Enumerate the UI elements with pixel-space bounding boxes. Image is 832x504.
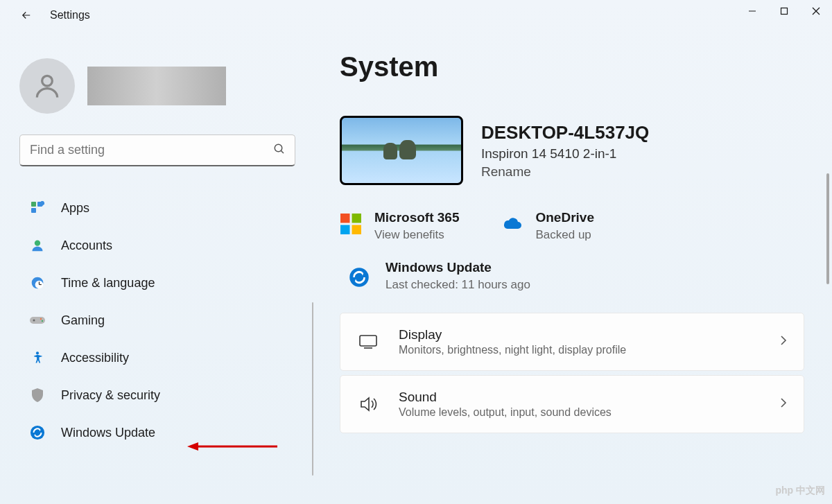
apps-icon xyxy=(29,200,46,216)
microsoft-logo-icon xyxy=(340,213,362,235)
svg-point-26 xyxy=(349,268,369,287)
close-button[interactable] xyxy=(800,0,832,22)
back-button[interactable] xyxy=(19,8,33,22)
onedrive-card[interactable]: OneDrive Backed up xyxy=(501,210,593,242)
status-sub: View benefits xyxy=(374,228,459,242)
svg-line-6 xyxy=(281,150,284,153)
sidebar-item-privacy-security[interactable]: Privacy & security xyxy=(19,379,305,412)
nav-label: Accounts xyxy=(61,238,112,253)
status-text: Microsoft 365 View benefits xyxy=(374,210,459,242)
sidebar-item-windows-update[interactable]: Windows Update xyxy=(19,416,305,449)
nav-label: Time & language xyxy=(61,276,155,290)
setting-text: Sound Volume levels, output, input, soun… xyxy=(399,390,761,419)
search-wrap xyxy=(19,134,295,166)
status-title: OneDrive xyxy=(535,210,593,225)
svg-point-17 xyxy=(33,320,35,322)
device-info: DESKTOP-4L537JQ Inspiron 14 5410 2-in-1 … xyxy=(481,122,649,180)
svg-rect-23 xyxy=(352,214,362,223)
device-section: DESKTOP-4L537JQ Inspiron 14 5410 2-in-1 … xyxy=(340,116,804,185)
svg-point-4 xyxy=(42,76,53,86)
svg-point-18 xyxy=(40,318,42,320)
svg-rect-24 xyxy=(340,225,350,235)
status-text: Windows Update Last checked: 11 hours ag… xyxy=(385,260,530,292)
display-icon xyxy=(357,331,379,353)
microsoft-365-card[interactable]: Microsoft 365 View benefits xyxy=(340,210,459,242)
setting-list: Display Monitors, brightness, night ligh… xyxy=(340,313,804,433)
chevron-right-icon xyxy=(780,335,787,349)
setting-sub: Volume levels, output, input, sound devi… xyxy=(399,406,761,419)
sidebar-item-gaming[interactable]: Gaming xyxy=(19,304,305,337)
titlebar: Settings xyxy=(0,0,832,35)
onedrive-icon xyxy=(501,213,523,235)
search-input[interactable] xyxy=(19,134,295,166)
content: Apps Accounts Time & language Gaming Acc… xyxy=(0,35,832,504)
setting-sound[interactable]: Sound Volume levels, output, input, soun… xyxy=(340,375,804,433)
sidebar: Apps Accounts Time & language Gaming Acc… xyxy=(0,35,305,504)
svg-point-11 xyxy=(35,241,40,246)
status-title: Microsoft 365 xyxy=(374,210,459,225)
sidebar-item-time-language[interactable]: Time & language xyxy=(19,266,305,299)
nav-label: Apps xyxy=(61,201,89,216)
status-cards: Microsoft 365 View benefits OneDrive Bac… xyxy=(340,210,804,242)
maximize-icon xyxy=(780,7,788,15)
svg-rect-9 xyxy=(31,208,36,213)
sidebar-item-apps[interactable]: Apps xyxy=(19,191,305,225)
nav-label: Gaming xyxy=(61,313,105,328)
svg-rect-22 xyxy=(340,214,350,223)
svg-rect-27 xyxy=(360,336,376,346)
chevron-right-icon xyxy=(780,397,787,411)
status-text: OneDrive Backed up xyxy=(535,210,593,242)
device-name: DESKTOP-4L537JQ xyxy=(481,122,649,144)
minimize-button[interactable] xyxy=(736,0,768,22)
svg-rect-7 xyxy=(31,202,36,207)
status-sub: Backed up xyxy=(535,228,593,242)
svg-point-20 xyxy=(36,351,39,354)
close-icon xyxy=(812,7,820,15)
sound-icon xyxy=(357,393,379,415)
setting-title: Display xyxy=(399,327,761,342)
accounts-icon xyxy=(29,237,46,254)
time-language-icon xyxy=(29,275,46,291)
windows-update-card[interactable]: Windows Update Last checked: 11 hours ag… xyxy=(340,260,804,292)
nav-label: Accessibility xyxy=(61,351,129,365)
arrow-left-icon xyxy=(20,9,33,21)
user-section[interactable] xyxy=(19,58,305,114)
nav-label: Windows Update xyxy=(61,426,155,440)
titlebar-left: Settings xyxy=(0,0,90,22)
main-scrollbar[interactable] xyxy=(826,173,829,284)
svg-rect-16 xyxy=(30,317,45,324)
svg-point-19 xyxy=(42,320,43,322)
setting-sub: Monitors, brightness, night light, displ… xyxy=(399,344,761,356)
avatar xyxy=(19,58,75,114)
windows-update-icon xyxy=(348,266,370,288)
search-icon xyxy=(273,143,286,158)
setting-title: Sound xyxy=(399,390,761,405)
maximize-button[interactable] xyxy=(768,0,800,22)
setting-text: Display Monitors, brightness, night ligh… xyxy=(399,327,761,356)
svg-rect-1 xyxy=(781,8,788,15)
svg-rect-25 xyxy=(352,225,362,235)
person-icon xyxy=(32,71,62,101)
status-sub: Last checked: 11 hours ago xyxy=(385,278,530,292)
rename-link[interactable]: Rename xyxy=(481,164,649,180)
watermark: php 中文网 xyxy=(775,485,825,497)
sidebar-item-accounts[interactable]: Accounts xyxy=(19,229,305,262)
nav-list: Apps Accounts Time & language Gaming Acc… xyxy=(19,191,305,449)
shield-icon xyxy=(29,387,46,403)
user-name-redacted xyxy=(87,67,226,105)
window-controls xyxy=(736,0,832,22)
status-title: Windows Update xyxy=(385,260,530,275)
minimize-icon xyxy=(748,7,756,15)
device-model: Inspiron 14 5410 2-in-1 xyxy=(481,146,649,162)
svg-point-21 xyxy=(31,426,44,440)
nav-label: Privacy & security xyxy=(61,388,160,403)
accessibility-icon xyxy=(29,349,46,366)
app-title: Settings xyxy=(50,9,90,21)
windows-update-icon xyxy=(29,424,46,441)
gaming-icon xyxy=(29,312,46,329)
main: System DESKTOP-4L537JQ Inspiron 14 5410 … xyxy=(305,35,832,504)
device-wallpaper-image xyxy=(340,116,463,185)
sidebar-item-accessibility[interactable]: Accessibility xyxy=(19,341,305,374)
setting-display[interactable]: Display Monitors, brightness, night ligh… xyxy=(340,313,804,371)
svg-point-5 xyxy=(275,144,282,152)
